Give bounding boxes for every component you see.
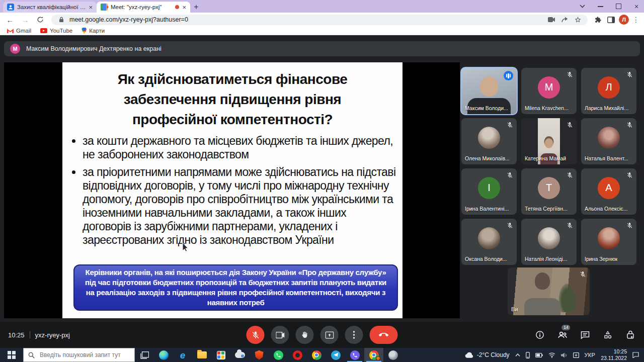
forward-button[interactable]: → — [19, 14, 31, 26]
meeting-code: yxz-ryey-pxj — [35, 331, 70, 339]
taskbar-app-whatsapp[interactable] — [269, 348, 288, 362]
clock-date: 23.11.2022 — [601, 355, 627, 361]
more-options-button[interactable] — [345, 326, 363, 344]
taskbar-app-viber[interactable] — [345, 348, 364, 362]
taskbar-app-opera[interactable] — [288, 348, 307, 362]
browser-menu-icon[interactable]: ⋮ — [632, 16, 640, 24]
taskbar-app-brave[interactable] — [250, 348, 269, 362]
tab-close-icon[interactable]: × — [182, 4, 186, 11]
taskbar-app-chrome-active[interactable] — [364, 348, 383, 362]
language-indicator[interactable]: УКР — [585, 352, 596, 358]
side-panel-icon[interactable] — [606, 15, 616, 25]
meeting-details-icon[interactable] — [534, 329, 545, 340]
tab-meet[interactable]: Meet: "yxz-ryey-pxj" × — [97, 2, 190, 13]
camera-button[interactable] — [271, 326, 289, 344]
taskbar-app-chrome[interactable] — [307, 348, 326, 362]
browser-window: Захист кваліфікаційної роботи × Meet: "y… — [0, 0, 644, 362]
participant-tile[interactable]: Т Тетяна Сергіївн... — [521, 168, 577, 215]
mic-muted-button[interactable] — [247, 326, 265, 344]
tray-expand-icon[interactable] — [515, 353, 520, 356]
volume-icon[interactable] — [561, 352, 568, 358]
taskbar-search[interactable] — [23, 348, 135, 362]
participant-tile[interactable]: А Альона Олексіє... — [581, 168, 636, 215]
mic-off-icon — [507, 121, 513, 130]
participant-tile[interactable]: Оксана Володи... — [461, 219, 517, 265]
taskbar-clock[interactable]: 10:25 23.11.2022 — [601, 348, 627, 361]
participant-tile[interactable]: Максим Володи... — [461, 68, 517, 114]
gmail-icon — [7, 28, 14, 33]
profile-avatar[interactable]: Л — [619, 15, 629, 25]
usb-device-icon[interactable] — [526, 352, 530, 358]
taskbar-app-telegram[interactable] — [326, 348, 345, 362]
bookmark-gmail[interactable]: Gmail — [7, 28, 31, 34]
system-tray: -2°C Cloudy УКР 10:25 23.11.2022 — [464, 348, 644, 362]
participant-name: Наталія Леоніді... — [525, 256, 568, 262]
meeting-time: 10:25 — [8, 331, 25, 339]
call-controls — [247, 326, 398, 344]
speaking-indicator-icon — [504, 71, 513, 80]
extensions-puzzle-icon[interactable] — [593, 15, 603, 25]
meet-page: M Максим Володимирович Дехтяренко на екр… — [0, 35, 644, 348]
minimize-button[interactable] — [597, 3, 604, 10]
maps-pin-icon — [82, 28, 87, 34]
participant-grid: Максим Володи... M Milena Kravchen... Л … — [461, 68, 636, 265]
new-tab-button[interactable]: + — [190, 2, 202, 13]
search-input[interactable] — [39, 351, 126, 359]
presenting-banner-text: Максим Володимирович Дехтяренко на екран… — [26, 45, 162, 52]
activities-icon[interactable] — [602, 329, 613, 340]
self-video-tile[interactable]: Ви — [508, 267, 590, 315]
taskbar-app-edge[interactable] — [154, 348, 173, 362]
tab-search-icon[interactable] — [579, 3, 586, 10]
taskbar-app-internet-explorer[interactable]: e — [173, 348, 192, 362]
participant-name: Катерина Мамай — [525, 155, 566, 161]
bookmark-youtube[interactable]: YouTube — [40, 28, 72, 34]
chat-icon[interactable] — [580, 329, 591, 340]
participant-tile[interactable]: Л Лариса Михайлі... — [581, 68, 636, 114]
task-view-button[interactable] — [135, 348, 154, 362]
back-button[interactable]: ← — [4, 14, 16, 26]
avatar: M — [538, 76, 560, 99]
participant-tile[interactable]: Олена Миколаїв... — [461, 118, 517, 164]
participant-tile[interactable]: Ірина Зернюк — [581, 219, 636, 265]
participant-name: Лариса Михайлі... — [585, 105, 628, 111]
participants-icon[interactable]: 14 — [557, 329, 568, 340]
action-center-icon[interactable] — [632, 352, 639, 358]
bookmark-maps[interactable]: Карти — [82, 28, 105, 34]
battery-icon[interactable] — [535, 353, 543, 357]
participant-tile[interactable]: M Milena Kravchen... — [521, 68, 577, 114]
tab-close-icon[interactable]: × — [89, 4, 93, 11]
share-icon[interactable] — [559, 15, 570, 25]
avatar-photo — [478, 227, 500, 249]
wifi-icon[interactable] — [548, 352, 555, 358]
tab-title: Захист кваліфікаційної роботи — [17, 4, 86, 10]
raise-hand-button[interactable] — [296, 326, 314, 344]
mic-off-icon — [567, 222, 573, 231]
self-video-person — [535, 273, 550, 290]
tab-thesis-defense[interactable]: Захист кваліфікаційної роботи × — [3, 2, 97, 13]
mic-off-icon — [626, 222, 633, 231]
camera-in-use-icon[interactable] — [546, 15, 556, 25]
taskbar-weather[interactable]: -2°C Cloudy — [464, 351, 510, 358]
reload-button[interactable] — [34, 14, 46, 26]
host-controls-icon[interactable] — [625, 329, 636, 340]
close-window-button[interactable]: × — [633, 3, 640, 10]
leave-call-button[interactable] — [370, 326, 398, 344]
participant-tile[interactable]: Наталія Леоніді... — [521, 219, 577, 265]
taskbar-app-file-explorer[interactable] — [192, 348, 211, 362]
maximize-button[interactable] — [615, 3, 622, 10]
participant-tile[interactable]: Катерина Мамай — [521, 118, 577, 164]
present-screen-button[interactable] — [320, 326, 339, 344]
participant-tile[interactable]: І Ірина Валентині... — [461, 168, 517, 215]
bookmarks-bar: Gmail YouTube Карти — [0, 27, 644, 35]
participant-tile[interactable]: Наталья Валент... — [581, 118, 636, 164]
tray-app-icon[interactable] — [573, 352, 579, 358]
start-button[interactable] — [0, 348, 23, 362]
bookmark-star-icon[interactable] — [573, 15, 583, 25]
cloud-app-icon — [235, 352, 245, 358]
taskbar-app-cloud[interactable] — [230, 348, 250, 362]
mic-off-icon — [567, 121, 573, 130]
taskbar-app-store[interactable] — [211, 348, 230, 362]
address-bar[interactable]: meet.google.com/yxz-ryey-pxj?authuser=0 — [51, 15, 588, 25]
clock-time: 10:25 — [601, 348, 627, 355]
taskbar-app-misc[interactable] — [383, 348, 403, 362]
